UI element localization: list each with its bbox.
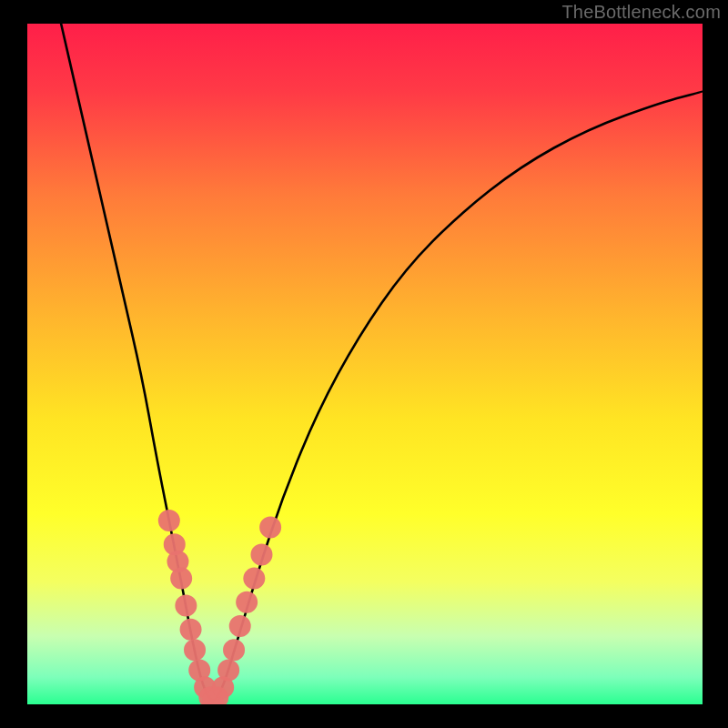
curve-marker <box>185 623 197 636</box>
curve-marker <box>217 681 229 693</box>
curve-marker <box>171 555 184 568</box>
chart-frame: TheBottleneck.com <box>0 0 728 728</box>
curve-marker <box>264 521 277 534</box>
curve-marker <box>168 538 181 551</box>
plot-area <box>27 24 703 704</box>
curve-marker <box>240 596 253 609</box>
curve-marker <box>175 572 187 585</box>
watermark-text: TheBottleneck.com <box>561 2 721 23</box>
curve-marker <box>222 664 235 677</box>
curve-marker <box>228 643 240 656</box>
curve-marker <box>248 572 260 585</box>
curve-marker <box>188 643 201 656</box>
plot-svg <box>27 24 703 704</box>
curve-marker <box>193 664 206 677</box>
curve-marker <box>255 548 268 561</box>
curve-marker <box>234 620 247 632</box>
curve-marker <box>163 514 176 527</box>
curve-marker <box>179 600 192 612</box>
